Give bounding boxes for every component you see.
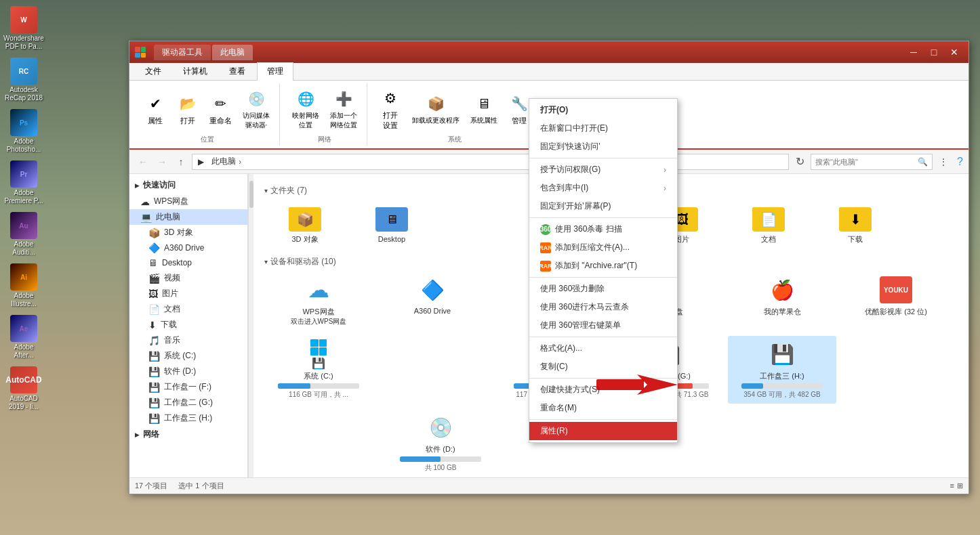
ribbon-btn-settings[interactable]: ⚙ 打开设置 xyxy=(375,85,405,133)
folder-documents[interactable]: 📄 文档 xyxy=(728,200,809,248)
sidebar-3dobjects[interactable]: 📦 3D 对象 xyxy=(129,225,247,240)
desktop-icon-ae[interactable]: Ae Adobe After... xyxy=(2,312,45,362)
view-options-button[interactable]: ⋮ xyxy=(935,154,952,170)
sidebar-pictures[interactable]: 🖼 图片 xyxy=(129,286,247,301)
folder-desktop[interactable]: 🖥 Desktop xyxy=(351,200,432,248)
ribbon-btn-properties[interactable]: ✔ 属性 xyxy=(140,90,170,129)
autocad-label: AutoCAD 2019 - li... xyxy=(3,395,44,411)
ribbon-btn-system-props[interactable]: 🖥 系统属性 xyxy=(466,90,502,128)
ribbon-buttons-location: ✔ 属性 📂 打开 ✏ 重命名 💿 访问媒体驱动器· xyxy=(140,85,274,133)
tab-this-pc[interactable]: 此电脑 xyxy=(212,45,253,60)
desktop-icon-premiere[interactable]: Pr Adobe Premiere P... xyxy=(2,158,45,208)
drive-c[interactable]: 💾 系统 (C:) 116 GB 可用，共 ... xyxy=(264,336,373,404)
drive-d[interactable]: 💿 软件 (D:) 共 100 GB xyxy=(386,409,495,477)
folder-downloads[interactable]: ⬇ 下载 xyxy=(815,200,896,248)
desktop-icon-au[interactable]: Au Adobe Auditi... xyxy=(2,209,45,259)
desktop-icon-ai[interactable]: Ai Adobe Illustre... xyxy=(2,261,45,311)
ribbon-tab-view[interactable]: 查看 xyxy=(219,62,256,80)
drive-wps-cloud[interactable]: ☁ WPS网盘双击进入WPS网盘 xyxy=(264,272,373,330)
ctx-pin-quickaccess[interactable]: 固定到'快速访问' xyxy=(529,137,677,156)
desktop-icon-autocad[interactable]: AutoCAD AutoCAD 2019 - li... xyxy=(2,364,45,414)
ctx-add-compressed[interactable]: RAR 添加到压缩文件(A)... xyxy=(529,238,677,257)
close-button[interactable]: ✕ xyxy=(945,45,963,59)
sidebar-drive-h[interactable]: 💾 工作盘三 (H:) xyxy=(129,410,247,426)
sidebar-thispc[interactable]: 💻 此电脑 xyxy=(129,209,247,225)
sidebar-quickaccess[interactable]: ▸ 快速访问 xyxy=(129,177,247,194)
sidebar-drive-c[interactable]: 💾 系统 (C:) xyxy=(129,348,247,364)
sidebar-music[interactable]: 🎵 音乐 xyxy=(129,333,247,348)
ctx-pin-start[interactable]: 固定到'开始'屏幕(P) xyxy=(529,197,677,215)
sidebar-scrollbar-thumb[interactable] xyxy=(249,181,253,208)
ctx-360-scan[interactable]: 360 使用 360杀毒 扫描 xyxy=(529,220,677,238)
search-box[interactable]: 🔍 xyxy=(811,154,933,170)
ctx-open-new-window[interactable]: 在新窗口中打开(E) xyxy=(529,119,677,137)
sidebar-desktop[interactable]: 🖥 Desktop xyxy=(129,255,247,270)
ribbon-tab-file[interactable]: 文件 xyxy=(135,62,171,80)
ctx-grant-access[interactable]: 授予访问权限(G) › xyxy=(529,160,677,179)
pictures-icon: 🖼 xyxy=(148,288,158,299)
drive-a360[interactable]: 🔷 A360 Drive xyxy=(378,272,487,330)
ctx-open[interactable]: 打开(O) xyxy=(529,101,677,119)
sidebar-wps[interactable]: ☁ WPS网盘 xyxy=(129,194,247,209)
ribbon-tab-computer[interactable]: 计算机 xyxy=(173,62,218,80)
sidebar-documents[interactable]: 📄 文档 xyxy=(129,301,247,317)
ctx-360-delete[interactable]: 使用 360强力删除 xyxy=(529,280,677,298)
ribbon-btn-media[interactable]: 💿 访问媒体驱动器· xyxy=(239,85,274,133)
sidebar-videos[interactable]: 🎬 视频 xyxy=(129,270,247,286)
desktop-icon-wondershare[interactable]: W Wondershare PDF to Pa... xyxy=(2,3,45,53)
sidebar-drive-d[interactable]: 💾 软件 (D:) xyxy=(129,364,247,379)
ctx-sep1 xyxy=(529,158,677,158)
ribbon-btn-open[interactable]: 📂 打开 xyxy=(173,90,203,129)
desktop-icon-ps[interactable]: Ps Adobe Photosho... xyxy=(2,106,45,156)
drive-apple[interactable]: 🍎 我的苹果仓 xyxy=(728,272,836,330)
ribbon-group-system: ⚙ 打开设置 📦 卸载或更改程序 🖥 系统属性 🔧 管理 系统 xyxy=(370,83,539,146)
drive-f-icon: 💾 xyxy=(148,382,160,393)
up-button[interactable]: ↑ xyxy=(173,154,189,170)
ctx-360-rightclick-label: 使用 360管理右键菜单 xyxy=(540,320,621,331)
ctx-properties[interactable]: 属性(R) xyxy=(529,422,677,440)
ctx-include-library[interactable]: 包含到库中(I) › xyxy=(529,179,677,197)
folder-documents-label: 文档 xyxy=(761,234,776,244)
sidebar-drive-f[interactable]: 💾 工作盘一 (F:) xyxy=(129,379,247,395)
sidebar-a360[interactable]: 🔷 A360 Drive xyxy=(129,240,247,255)
ae-icon: Ae xyxy=(10,315,37,342)
sidebar-wps-label: WPS网盘 xyxy=(154,196,188,207)
ribbon-btn-rename[interactable]: ✏ 重命名 xyxy=(205,90,236,129)
ctx-create-shortcut[interactable]: 创建快捷方式(S) xyxy=(529,381,677,399)
view-list-icon[interactable]: ≡ xyxy=(950,481,954,490)
sidebar-drive-g[interactable]: 💾 工作盘二 (G:) xyxy=(129,395,247,410)
folder-3d-objects[interactable]: 📦 3D 对象 xyxy=(264,200,346,248)
address-box[interactable]: ▶ 此电脑 › xyxy=(192,154,789,170)
ribbon-btn-map-network[interactable]: 🌐 映射网络位置 xyxy=(288,85,323,133)
ctx-360-rightclick[interactable]: 使用 360管理右键菜单 xyxy=(529,316,677,335)
view-grid-icon[interactable]: ⊞ xyxy=(957,481,963,490)
drive-youku[interactable]: YOUKU 优酷影视库 (32 位) xyxy=(842,272,950,330)
sidebar-music-label: 音乐 xyxy=(164,335,180,346)
sidebar-scrollbar[interactable] xyxy=(248,174,253,477)
drive-h[interactable]: 💾 工作盘三 (H:) 354 GB 可用，共 482 GB xyxy=(728,336,836,404)
minimize-button[interactable]: ─ xyxy=(905,45,922,59)
forward-button[interactable]: → xyxy=(154,154,170,170)
ctx-rename[interactable]: 重命名(M) xyxy=(529,399,677,417)
ribbon-tab-manage[interactable]: 管理 xyxy=(257,62,293,81)
sidebar-downloads[interactable]: ⬇ 下载 xyxy=(129,317,247,333)
search-input[interactable] xyxy=(815,158,915,166)
wps-cloud-drive-icon: ☁ xyxy=(302,276,335,304)
ctx-360-trojan[interactable]: 使用 360进行木马云查杀 xyxy=(529,298,677,316)
refresh-button[interactable]: ↻ xyxy=(792,154,808,170)
back-button[interactable]: ← xyxy=(135,154,151,170)
help-button[interactable]: ? xyxy=(957,156,963,168)
ctx-format[interactable]: 格式化(A)... xyxy=(529,339,677,358)
a360-icon: 🔷 xyxy=(148,242,160,253)
tab-drive-tools[interactable]: 驱动器工具 xyxy=(154,45,211,60)
breadcrumb-thispc-label[interactable]: 此电脑 xyxy=(211,156,236,167)
ribbon-btn-uninstall[interactable]: 📦 卸载或更改程序 xyxy=(408,90,464,128)
ctx-add-archive[interactable]: RAR 添加到 "Archive.rar"(T) xyxy=(529,257,677,275)
ctx-copy[interactable]: 复制(C) xyxy=(529,358,677,376)
breadcrumb-thispc[interactable]: ▶ xyxy=(198,157,204,167)
downloads-icon: ⬇ xyxy=(148,320,157,330)
maximize-button[interactable]: □ xyxy=(925,45,943,59)
ribbon-btn-add-network[interactable]: ➕ 添加一个网络位置 xyxy=(326,85,361,133)
desktop-icon-recap[interactable]: RC Autodesk ReCap 2018 xyxy=(2,55,45,105)
sidebar-network[interactable]: ▸ 网络 xyxy=(129,426,247,443)
